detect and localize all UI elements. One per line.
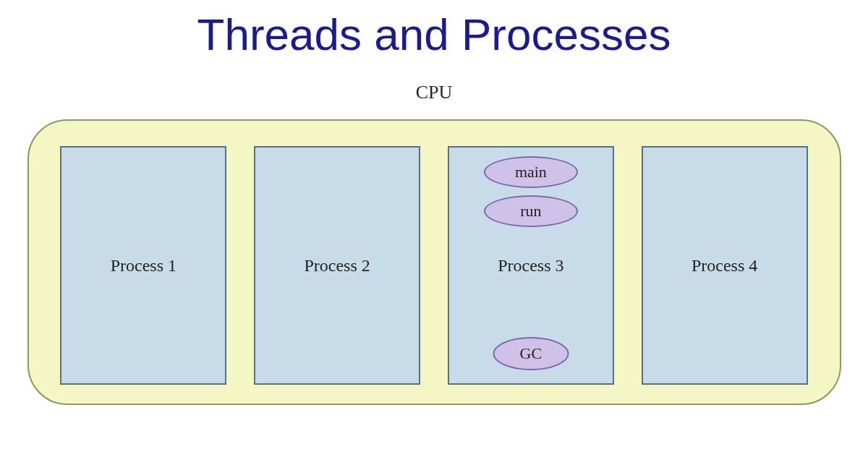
process-label: Process 1 (111, 256, 176, 276)
process-label: Process 4 (692, 256, 757, 276)
process-box-2: Process 2 (254, 146, 420, 385)
thread-label: run (520, 202, 541, 221)
slide-title: Threads and Processes (0, 9, 868, 60)
process-label: Process 3 (498, 256, 563, 276)
process-box-4: Process 4 (642, 146, 808, 385)
thread-gc-pill: GC (493, 337, 569, 370)
process-label: Process 2 (304, 256, 370, 276)
cpu-label: CPU (0, 82, 868, 103)
process-box-3: main run Process 3 GC (448, 146, 614, 385)
thread-label: main (515, 163, 547, 182)
thread-label: GC (520, 344, 542, 363)
cpu-container: Process 1 Process 2 main run Process 3 G… (27, 119, 841, 405)
thread-main-pill: main (484, 156, 578, 188)
thread-run-pill: run (484, 195, 578, 227)
process-box-1: Process 1 (60, 146, 226, 385)
